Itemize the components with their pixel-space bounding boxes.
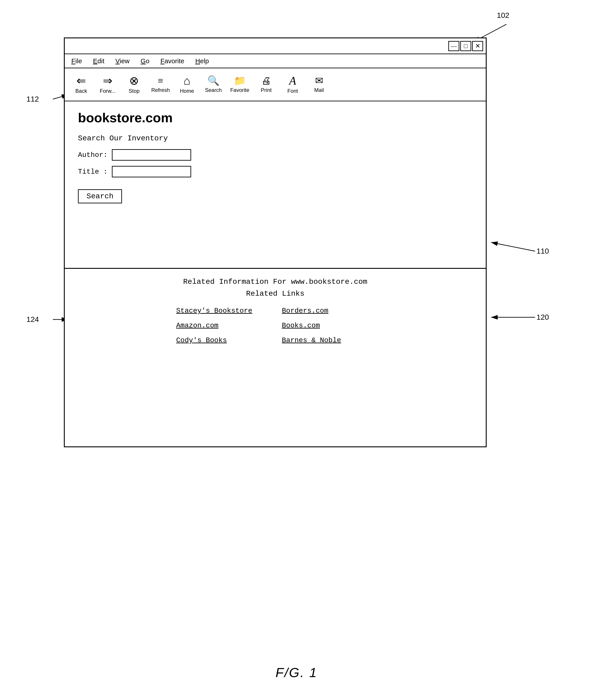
mail-button[interactable]: ✉ Mail [309, 76, 329, 93]
print-label: Print [261, 87, 272, 93]
forward-label: Forw... [100, 88, 116, 94]
minimize-icon: — [451, 42, 457, 49]
print-button[interactable]: 🖨 Print [256, 76, 276, 93]
search-toolbar-label: Search [205, 87, 222, 93]
menu-bar: File Edit View Go Favorite Help [65, 54, 486, 68]
home-button[interactable]: ⌂ Home [177, 75, 197, 94]
minimize-button[interactable]: — [448, 41, 459, 51]
links-grid: Stacey's Bookstore Borders.com Amazon.co… [176, 307, 374, 344]
link-amazon[interactable]: Amazon.com [176, 322, 269, 330]
menu-file[interactable]: File [71, 57, 82, 65]
search-toolbar-icon: 🔍 [207, 76, 220, 86]
menu-help[interactable]: Help [195, 57, 209, 65]
close-icon: ✕ [475, 42, 480, 49]
content-area: bookstore.com Search Our Inventory Autho… [65, 101, 486, 446]
maximize-button[interactable]: □ [460, 41, 471, 51]
back-icon: ⇐ [76, 75, 86, 86]
print-icon: 🖨 [262, 76, 271, 86]
search-button[interactable]: Search [78, 189, 122, 204]
favorite-toolbar-button[interactable]: 📁 Favorite [230, 76, 250, 93]
refresh-icon: ≡ [158, 76, 163, 86]
lower-pane: Related Information For www.bookstore.co… [65, 269, 486, 446]
font-label: Font [287, 88, 298, 94]
menu-edit[interactable]: Edit [93, 57, 104, 65]
refresh-label: Refresh [151, 87, 170, 93]
title-input[interactable] [112, 166, 191, 177]
link-books[interactable]: Books.com [282, 322, 374, 330]
label-102: 102 [497, 11, 509, 20]
author-input[interactable] [112, 149, 191, 161]
mail-icon: ✉ [315, 76, 323, 86]
window-controls: — □ ✕ [448, 41, 483, 51]
favorite-toolbar-icon: 📁 [234, 76, 246, 86]
maximize-icon: □ [464, 42, 468, 49]
link-codys-books[interactable]: Cody's Books [176, 336, 269, 344]
link-staceys-bookstore[interactable]: Stacey's Bookstore [176, 307, 269, 315]
label-110: 110 [537, 247, 549, 255]
label-120: 120 [537, 313, 549, 322]
close-button[interactable]: ✕ [472, 41, 483, 51]
browser-window: — □ ✕ File Edit View Go Favorite Help ⇐ … [64, 37, 487, 447]
related-links-label: Related Links [78, 290, 473, 298]
menu-favorite[interactable]: Favorite [161, 57, 184, 65]
svg-line-3 [491, 243, 535, 251]
search-heading: Search Our Inventory [78, 134, 473, 143]
stop-button[interactable]: ⊗ Stop [124, 75, 144, 94]
upper-pane: bookstore.com Search Our Inventory Autho… [65, 101, 486, 269]
back-label: Back [75, 88, 87, 94]
menu-go[interactable]: Go [141, 57, 150, 65]
back-button[interactable]: ⇐ Back [71, 75, 91, 94]
home-label: Home [180, 88, 194, 94]
forward-button[interactable]: ⇒ Forw... [98, 75, 118, 94]
favorite-toolbar-label: Favorite [230, 87, 249, 93]
search-toolbar-button[interactable]: 🔍 Search [203, 76, 223, 93]
title-label: Title : [78, 168, 108, 176]
stop-label: Stop [129, 88, 140, 94]
label-112: 112 [27, 95, 39, 103]
label-124: 124 [27, 315, 39, 324]
title-bar: — □ ✕ [65, 38, 486, 54]
link-barnes-noble[interactable]: Barnes & Noble [282, 336, 374, 344]
refresh-button[interactable]: ≡ Refresh [151, 76, 170, 93]
mail-label: Mail [314, 87, 324, 93]
home-icon: ⌂ [184, 75, 190, 86]
related-heading: Related Information For www.bookstore.co… [78, 278, 473, 286]
font-button[interactable]: A Font [283, 75, 303, 94]
forward-icon: ⇒ [103, 75, 113, 86]
author-row: Author: [78, 149, 473, 161]
fig-label: F/G. 1 [275, 665, 318, 680]
title-row: Title : [78, 166, 473, 177]
site-title: bookstore.com [78, 110, 473, 125]
link-borders[interactable]: Borders.com [282, 307, 374, 315]
menu-view[interactable]: View [115, 57, 129, 65]
author-label: Author: [78, 151, 108, 159]
font-icon: A [289, 75, 296, 86]
toolbar: ⇐ Back ⇒ Forw... ⊗ Stop ≡ Refresh ⌂ Home… [65, 68, 486, 101]
search-section: Search Our Inventory Author: Title : Sea… [78, 134, 473, 204]
stop-icon: ⊗ [129, 75, 139, 86]
